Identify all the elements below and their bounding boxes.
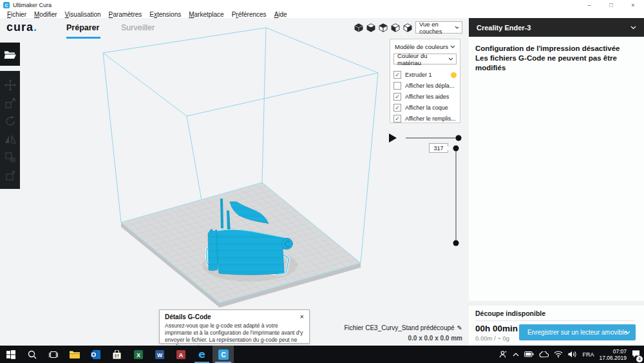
maximize-button[interactable]: □ (600, 0, 622, 10)
checkbox-afficher-coque[interactable]: ✓ Afficher la coque (393, 103, 457, 113)
folder-open-icon (4, 49, 17, 59)
chevron-down-icon (455, 26, 459, 29)
menu-extensions[interactable]: Extensions (146, 11, 185, 18)
menu-parametres[interactable]: Paramètres (105, 11, 146, 18)
minimize-button[interactable]: – (578, 0, 600, 10)
layer-play-button[interactable] (389, 133, 397, 142)
chevron-down-icon (630, 26, 636, 30)
edge-icon: e (196, 349, 207, 360)
per-model-settings-icon[interactable] (4, 151, 17, 164)
layer-v-slider-top-handle[interactable] (453, 146, 459, 152)
windows-taskbar: X W A e C FRA 07:07 17.06.2019 (0, 346, 644, 363)
windows-logo-icon (6, 350, 15, 359)
print-time-estimate: 00h 00min (475, 324, 519, 333)
view-right-icon[interactable] (403, 23, 412, 32)
cura-logo: cura. (6, 21, 37, 34)
scale-tool-icon[interactable] (4, 97, 17, 110)
model-dimensions: 0.0 x 0.0 x 0.0 mm (335, 335, 462, 342)
checkbox-unchecked[interactable] (393, 82, 401, 90)
view-mode-dropdown[interactable]: Vue en couches (415, 21, 462, 34)
open-file-button[interactable] (0, 43, 20, 66)
svg-text:A: A (178, 351, 183, 358)
notification-badge: 4 (636, 356, 643, 362)
active-tab-underline (66, 37, 100, 39)
tab-surveiller[interactable]: Surveiller (121, 23, 155, 32)
checkbox-checked[interactable]: ✓ (393, 115, 401, 123)
language-indicator[interactable]: FRA (582, 351, 594, 358)
save-to-removable-button[interactable]: Enregistrer sur un lecteur amovible (519, 324, 636, 340)
view-3d-icon[interactable] (354, 23, 363, 32)
chevron-down-icon (450, 45, 455, 48)
tool-column (0, 71, 20, 189)
svg-text:e: e (198, 349, 205, 360)
window-title: Ultimaker Cura (13, 2, 52, 8)
chevron-down-icon (625, 331, 630, 335)
excel-icon: X (134, 350, 143, 359)
view-top-icon[interactable] (379, 23, 388, 32)
taskbar-outlook[interactable] (85, 346, 106, 363)
color-scheme-dropdown[interactable]: Couleur du matériau (393, 54, 457, 64)
people-icon[interactable] (499, 350, 507, 358)
cura-app-icon: C (3, 2, 10, 8)
battery-icon[interactable] (524, 351, 534, 357)
layer-view-panel: Modèle de couleurs Couleur du matériau ✓… (390, 39, 460, 123)
config-disabled-message: Configuration de l'impression désactivée… (469, 37, 644, 73)
taskbar-file-explorer[interactable] (64, 346, 85, 363)
checkbox-checked[interactable]: ✓ (393, 104, 401, 112)
volume-icon[interactable] (568, 351, 577, 358)
search-icon (28, 350, 37, 359)
menu-preferences[interactable]: Préférences (228, 11, 270, 18)
taskbar-clock[interactable]: 07:07 17.06.2019 (599, 348, 627, 361)
view-left-icon[interactable] (391, 23, 400, 32)
taskbar-cura[interactable]: C (213, 346, 234, 363)
extruder-color-swatch (451, 72, 457, 78)
panel-separator (469, 301, 644, 306)
checkbox-extruder-1[interactable]: ✓ Extruder 1 (393, 70, 457, 80)
taskbar-excel[interactable]: X (128, 346, 149, 363)
wifi-icon[interactable] (554, 351, 563, 358)
material-estimate: 0.00m / ~ 0g (475, 335, 509, 342)
task-view-button[interactable] (43, 346, 64, 363)
close-button[interactable]: × (622, 0, 644, 10)
menu-aide[interactable]: Aide (270, 11, 291, 18)
onedrive-cloud-icon[interactable] (539, 351, 549, 358)
taskbar-access[interactable]: A (170, 346, 191, 363)
dialog-close-icon[interactable]: × (300, 313, 304, 320)
svg-text:W: W (156, 351, 162, 358)
mirror-tool-icon[interactable] (4, 133, 17, 146)
action-center-button[interactable]: 4 (632, 349, 640, 360)
microsoft-store-icon (113, 350, 121, 359)
taskbar-search[interactable] (21, 346, 43, 363)
taskbar-microsoft-store[interactable] (106, 346, 128, 363)
access-icon: A (176, 350, 185, 359)
menu-visualisation[interactable]: Visualisation (61, 11, 105, 18)
taskbar-word[interactable]: W (149, 346, 170, 363)
checkbox-afficher-aides[interactable]: ✓ Afficher les aides (393, 92, 457, 102)
menu-fichier[interactable]: Fichier (3, 11, 30, 18)
rename-pencil-icon[interactable]: ✎ (457, 324, 462, 331)
file-name: Fichier CE3_Curvy_Stand prédécoupé (344, 324, 454, 331)
machine-selector[interactable]: Creality Ender-3 (469, 18, 644, 37)
print-settings-panel: Configuration de l'impression désactivée… (469, 37, 644, 346)
rotate-tool-icon[interactable] (4, 115, 17, 128)
show-hidden-icons-chevron[interactable] (513, 353, 519, 357)
move-tool-icon[interactable] (4, 79, 17, 92)
taskbar-edge[interactable]: e (191, 346, 213, 363)
start-button[interactable] (0, 346, 21, 363)
current-layer-indicator[interactable]: 317 (429, 143, 448, 153)
machine-name: Creality Ender-3 (477, 24, 531, 32)
support-blocker-icon[interactable] (4, 169, 17, 182)
checkbox-afficher-deplacements[interactable]: Afficher les dépla... (393, 81, 457, 91)
checkbox-checked[interactable]: ✓ (393, 71, 401, 79)
camera-presets (354, 23, 412, 32)
tab-preparer[interactable]: Préparer (66, 23, 99, 32)
file-info: Fichier CE3_Curvy_Stand prédécoupé✎ 0.0 … (335, 321, 462, 342)
layer-v-slider-bottom-handle[interactable] (453, 240, 459, 246)
checkbox-checked[interactable]: ✓ (393, 93, 401, 101)
menu-modifier[interactable]: Modifier (30, 11, 61, 18)
view-front-icon[interactable] (366, 23, 375, 32)
viewport-3d[interactable]: cura. Préparer Surveiller Vue en couches… (0, 18, 469, 346)
menu-marketplace[interactable]: Marketplace (185, 11, 227, 18)
checkbox-afficher-remplissage[interactable]: ✓ Afficher le remplis... (393, 113, 457, 124)
layer-h-slider-handle[interactable] (456, 135, 462, 141)
